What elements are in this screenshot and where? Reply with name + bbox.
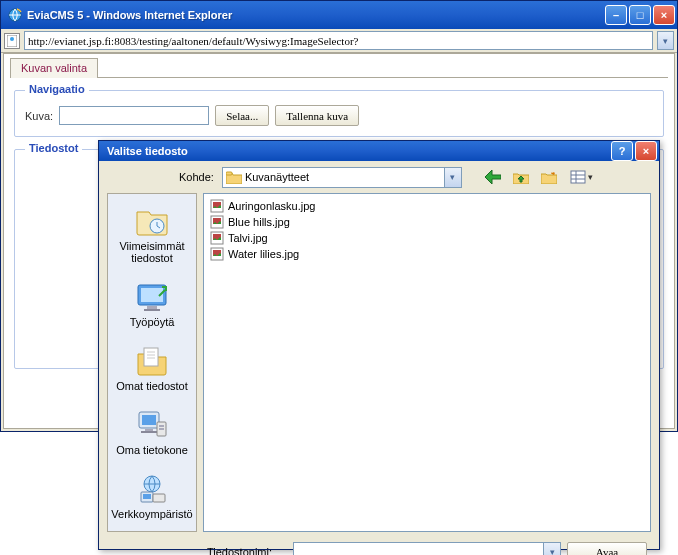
network-icon <box>135 472 169 506</box>
address-bar: ▾ <box>1 29 677 53</box>
dialog-bottom: Tiedostonimi: ▾ Avaa Tiedostotyyppi: Kai… <box>99 536 659 555</box>
dialog-toolbar: Kohde: Kuvanäytteet ▾ <box>99 161 659 193</box>
close-icon: × <box>661 9 667 21</box>
open-button[interactable]: Avaa <box>567 542 647 555</box>
list-item[interactable]: Talvi.jpg <box>208 230 646 246</box>
views-button[interactable]: ▾ <box>566 166 598 188</box>
file-name: Talvi.jpg <box>228 232 268 244</box>
file-name: Water lilies.jpg <box>228 248 299 260</box>
place-desktop[interactable]: Työpöytä <box>108 278 196 330</box>
place-label: Viimeisimmättiedostot <box>119 240 184 264</box>
image-label: Kuva: <box>25 110 53 122</box>
file-list[interactable]: Auringonlasku.jpg Blue hills.jpg Talvi.j… <box>203 193 651 532</box>
window-buttons: – □ × <box>605 5 675 25</box>
svg-rect-24 <box>153 494 165 502</box>
fieldset-navigation: Navigaatio Kuva: Selaa... Tallenna kuva <box>14 90 664 137</box>
back-button[interactable] <box>482 166 504 188</box>
file-name: Blue hills.jpg <box>228 216 290 228</box>
dialog-body: Kohde: Kuvanäytteet ▾ <box>99 161 659 555</box>
folder-icon <box>226 169 242 185</box>
place-label: Verkkoympäristö <box>111 508 192 520</box>
close-icon: × <box>643 145 649 157</box>
ie-titlebar[interactable]: EviaCMS 5 - Windows Internet Explorer – … <box>1 1 677 29</box>
computer-icon <box>135 408 169 442</box>
filename-dropdown-button[interactable]: ▾ <box>543 543 560 555</box>
tab-image-select[interactable]: Kuvan valinta <box>10 58 98 78</box>
recent-icon <box>135 204 169 238</box>
svg-rect-11 <box>147 306 157 309</box>
place-label: Oma tietokone <box>116 444 188 456</box>
dialog-close-button[interactable]: × <box>635 141 657 161</box>
ie-logo-icon <box>7 7 23 23</box>
place-network[interactable]: Verkkoympäristö <box>108 470 196 522</box>
help-button[interactable]: ? <box>611 141 633 161</box>
lookin-dropdown-button[interactable]: ▾ <box>444 168 461 187</box>
list-item[interactable]: Auringonlasku.jpg <box>208 198 646 214</box>
legend-files: Tiedostot <box>25 142 82 154</box>
image-row: Kuva: Selaa... Tallenna kuva <box>25 105 653 126</box>
svg-rect-16 <box>145 429 153 431</box>
file-name: Auringonlasku.jpg <box>228 200 315 212</box>
close-button[interactable]: × <box>653 5 675 25</box>
desktop-icon <box>135 280 169 314</box>
svg-rect-15 <box>142 415 156 425</box>
new-folder-button[interactable] <box>538 166 560 188</box>
svg-point-2 <box>10 37 14 41</box>
dialog-title: Valitse tiedosto <box>107 145 611 157</box>
chevron-down-icon: ▾ <box>663 36 668 46</box>
browse-button[interactable]: Selaa... <box>215 105 269 126</box>
lookin-value: Kuvanäytteet <box>245 171 444 183</box>
dialog-main: Viimeisimmättiedostot Työpöytä Omat tied… <box>99 193 659 536</box>
minimize-button[interactable]: – <box>605 5 627 25</box>
svg-rect-4 <box>571 171 585 183</box>
svg-rect-19 <box>159 425 164 427</box>
dialog-window-buttons: ? × <box>611 141 657 161</box>
up-one-level-button[interactable] <box>510 166 532 188</box>
url-input[interactable] <box>24 31 653 50</box>
place-label: Omat tiedostot <box>116 380 188 392</box>
svg-rect-12 <box>144 309 160 311</box>
filename-label: Tiedostonimi: <box>207 546 287 555</box>
places-bar: Viimeisimmättiedostot Työpöytä Omat tied… <box>107 193 197 532</box>
list-item[interactable]: Water lilies.jpg <box>208 246 646 262</box>
file-open-dialog: Valitse tiedosto ? × Kohde: Kuvanäytteet… <box>98 140 660 550</box>
chevron-down-icon: ▾ <box>588 172 593 182</box>
svg-rect-3 <box>226 172 232 175</box>
place-recent[interactable]: Viimeisimmättiedostot <box>108 202 196 266</box>
maximize-button[interactable]: □ <box>629 5 651 25</box>
lookin-label: Kohde: <box>179 171 214 183</box>
svg-rect-17 <box>141 431 157 433</box>
tab-strip-divider <box>10 77 668 78</box>
url-dropdown-button[interactable]: ▾ <box>657 31 674 50</box>
image-file-icon <box>210 199 224 213</box>
documents-icon <box>135 344 169 378</box>
page-icon <box>4 33 20 49</box>
svg-rect-13 <box>144 348 158 366</box>
filename-value <box>294 545 543 555</box>
minimize-icon: – <box>613 9 619 21</box>
place-mydocs[interactable]: Omat tiedostot <box>108 342 196 394</box>
toolbar-icons: ▾ <box>482 166 598 188</box>
help-icon: ? <box>619 145 626 157</box>
maximize-icon: □ <box>637 9 644 21</box>
save-image-button[interactable]: Tallenna kuva <box>275 105 359 126</box>
place-mycomputer[interactable]: Oma tietokone <box>108 406 196 458</box>
svg-rect-23 <box>143 494 151 499</box>
dialog-titlebar[interactable]: Valitse tiedosto ? × <box>99 141 659 161</box>
image-path-input[interactable] <box>59 106 209 125</box>
image-file-icon <box>210 215 224 229</box>
list-item[interactable]: Blue hills.jpg <box>208 214 646 230</box>
svg-rect-20 <box>159 428 164 430</box>
place-label: Työpöytä <box>130 316 175 328</box>
filename-combo[interactable]: ▾ <box>293 542 561 555</box>
legend-navigation: Navigaatio <box>25 83 89 95</box>
image-file-icon <box>210 231 224 245</box>
image-file-icon <box>210 247 224 261</box>
lookin-combo[interactable]: Kuvanäytteet ▾ <box>222 167 462 188</box>
tab-label: Kuvan valinta <box>21 62 87 74</box>
window-title: EviaCMS 5 - Windows Internet Explorer <box>27 9 605 21</box>
